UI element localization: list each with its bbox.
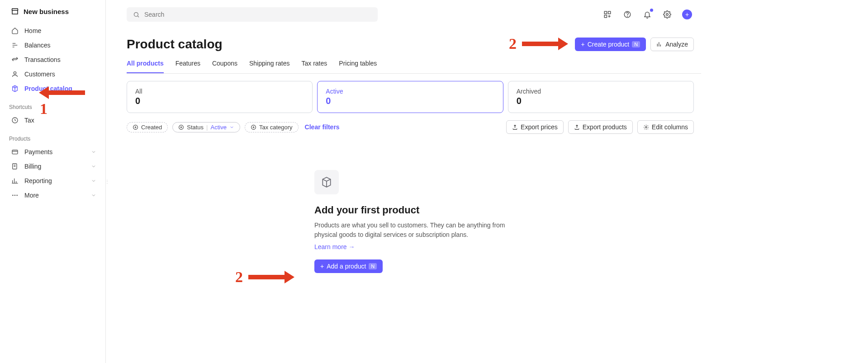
plus-icon: + (320, 263, 324, 270)
tab-shipping-rates[interactable]: Shipping rates (249, 60, 290, 73)
keyboard-hint: N (369, 263, 377, 269)
chevron-down-icon (91, 178, 96, 184)
chip-value: Active (211, 124, 227, 131)
button-label: Analyze (665, 41, 688, 48)
stat-value: 0 (135, 96, 304, 106)
nav-billing[interactable]: Billing (0, 159, 105, 174)
svg-rect-12 (608, 11, 611, 14)
nav-label: Home (24, 27, 41, 34)
nav-more[interactable]: More (0, 188, 105, 203)
add-product-button[interactable]: + Add a product N (314, 259, 383, 273)
stat-cards: All 0 Active 0 Archived 0 (127, 74, 701, 113)
edit-columns-button[interactable]: Edit columns (637, 120, 694, 134)
package-icon (314, 170, 339, 194)
chip-label: Tax category (259, 124, 293, 131)
nav-payments[interactable]: Payments (0, 145, 105, 159)
sidebar: New business Home Balances Transactions … (0, 0, 106, 363)
search-icon (133, 11, 140, 18)
chart-icon (11, 177, 19, 185)
chip-label: Status (187, 124, 204, 131)
export-prices-button[interactable]: Export prices (506, 120, 564, 134)
home-icon (11, 27, 19, 35)
empty-title: Add your first product (314, 204, 419, 216)
stat-label: All (135, 88, 304, 95)
nav-label: Balances (24, 42, 51, 49)
svg-point-16 (666, 14, 669, 16)
tab-pricing-tables[interactable]: Pricing tables (339, 60, 377, 73)
store-icon (11, 7, 19, 15)
filter-status[interactable]: Status | Active (172, 122, 240, 132)
search-box[interactable] (127, 7, 378, 22)
learn-more-link[interactable]: Learn more → (314, 243, 355, 250)
chevron-down-icon (91, 149, 96, 155)
help-icon[interactable] (622, 9, 632, 19)
page-title: Product catalog (127, 37, 223, 52)
quick-create-button[interactable]: + (682, 9, 692, 19)
button-label: Add a product (327, 263, 366, 270)
svg-rect-13 (604, 15, 607, 18)
tabs: All products Features Coupons Shipping r… (127, 60, 701, 74)
notification-dot (650, 9, 653, 12)
nav-label: Payments (24, 148, 52, 156)
plus-circle-icon (251, 124, 256, 130)
create-product-button[interactable]: + Create product N (575, 38, 646, 51)
balances-icon (11, 41, 19, 49)
arrow-right-icon: → (349, 243, 355, 250)
stat-active[interactable]: Active 0 (317, 81, 503, 113)
topbar: + (127, 0, 701, 25)
tab-all-products[interactable]: All products (127, 60, 164, 73)
billing-icon (11, 162, 19, 170)
customers-icon (11, 70, 19, 78)
svg-rect-11 (604, 11, 607, 14)
plus-circle-icon (133, 124, 138, 130)
nav-label: Tax (24, 117, 34, 124)
nav-tax[interactable]: Tax (0, 113, 105, 127)
empty-description: Products are what you sell to customers.… (314, 221, 513, 240)
filter-created[interactable]: Created (127, 122, 168, 132)
button-label: Edit columns (652, 123, 688, 131)
analyze-button[interactable]: Analyze (650, 38, 694, 51)
nav-label: Customers (24, 71, 55, 78)
nav-label: Billing (24, 163, 41, 170)
tab-tax-rates[interactable]: Tax rates (301, 60, 327, 73)
nav-transactions[interactable]: Transactions (0, 52, 105, 67)
nav-customers[interactable]: Customers (0, 67, 105, 81)
more-icon (11, 191, 19, 199)
stat-value: 0 (326, 96, 494, 106)
clear-filters-link[interactable]: Clear filters (305, 123, 340, 131)
stat-archived[interactable]: Archived 0 (508, 81, 694, 113)
stat-all[interactable]: All 0 (127, 81, 313, 113)
button-label: Export prices (521, 123, 558, 131)
tab-coupons[interactable]: Coupons (212, 60, 237, 73)
notifications-icon[interactable] (642, 9, 652, 19)
nav-balances[interactable]: Balances (0, 38, 105, 52)
apps-icon[interactable] (602, 9, 612, 19)
tab-features[interactable]: Features (175, 60, 200, 73)
wallet-icon (11, 148, 19, 156)
plus-icon: + (581, 41, 584, 48)
export-icon (512, 124, 518, 130)
nav-label: Product catalog (24, 85, 72, 92)
filter-row: Created Status | Active Tax category Cle… (127, 113, 701, 134)
svg-point-15 (627, 16, 628, 16)
button-label: Create product (588, 41, 630, 48)
button-label: Export products (583, 123, 627, 131)
nav-product-catalog[interactable]: Product catalog (0, 81, 105, 96)
settings-icon[interactable] (662, 9, 672, 19)
nav-home[interactable]: Home (0, 24, 105, 38)
link-label: Learn more (314, 243, 347, 250)
chevron-down-icon (229, 125, 234, 130)
filter-tax-category[interactable]: Tax category (245, 122, 299, 132)
nav-reporting[interactable]: Reporting (0, 174, 105, 188)
export-products-button[interactable]: Export products (568, 120, 633, 134)
stat-value: 0 (517, 96, 685, 106)
svg-point-3 (14, 72, 16, 74)
page-header: Product catalog + Create product N Analy… (127, 25, 701, 52)
nav-label: Transactions (24, 56, 61, 63)
product-catalog-icon (11, 85, 19, 93)
empty-state: Add your first product Products are what… (314, 170, 513, 273)
workspace-switcher[interactable]: New business (0, 7, 105, 24)
svg-point-10 (134, 12, 138, 16)
search-input[interactable] (144, 11, 371, 18)
nav-products: Payments Billing Reporting More (0, 145, 105, 203)
